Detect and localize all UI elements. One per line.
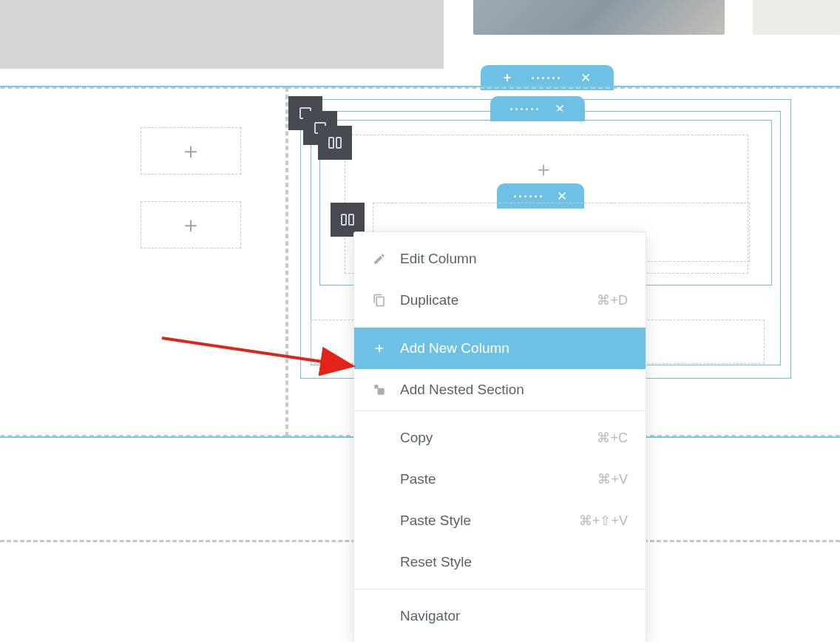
menu-item-copy[interactable]: Copy ⌘+C bbox=[354, 417, 646, 459]
spacer bbox=[372, 430, 387, 445]
svg-rect-0 bbox=[374, 385, 378, 388]
menu-item-paste[interactable]: Paste ⌘+V bbox=[354, 459, 646, 500]
menu-shortcut: ⌘+V bbox=[597, 471, 628, 487]
menu-item-add-nested-section[interactable]: Add Nested Section bbox=[354, 369, 646, 410]
menu-item-paste-style[interactable]: Paste Style ⌘+⇧+V bbox=[354, 500, 646, 541]
add-widget-slot-1[interactable]: ＋ bbox=[140, 127, 241, 175]
context-menu: Edit Column Duplicate ⌘+D Add New Column… bbox=[353, 232, 646, 642]
menu-label: Duplicate bbox=[400, 292, 583, 308]
element-handle-3[interactable] bbox=[318, 126, 352, 160]
plus-icon bbox=[372, 341, 387, 356]
close-icon[interactable]: ✕ bbox=[580, 70, 591, 86]
spacer bbox=[372, 513, 387, 528]
pencil-icon bbox=[372, 251, 387, 266]
menu-item-add-new-column[interactable]: Add New Column bbox=[354, 328, 646, 369]
columns-icon bbox=[328, 137, 342, 149]
nested-section-icon bbox=[372, 382, 387, 397]
image-thumbnail bbox=[473, 0, 725, 35]
menu-label: Copy bbox=[400, 430, 583, 446]
add-icon[interactable]: + bbox=[504, 70, 512, 86]
menu-shortcut: ⌘+D bbox=[597, 292, 628, 308]
image-placeholder bbox=[0, 0, 444, 69]
menu-label: Add New Column bbox=[400, 340, 628, 357]
menu-item-duplicate[interactable]: Duplicate ⌘+D bbox=[354, 280, 646, 321]
menu-label: Add Nested Section bbox=[400, 382, 628, 398]
menu-shortcut: ⌘+⇧+V bbox=[579, 513, 628, 529]
spacer bbox=[372, 555, 387, 570]
menu-item-navigator[interactable]: Navigator bbox=[354, 595, 646, 637]
menu-label: Edit Column bbox=[400, 251, 628, 267]
menu-item-reset-style[interactable]: Reset Style bbox=[354, 541, 646, 583]
columns-icon bbox=[341, 214, 354, 226]
menu-item-edit-column[interactable]: Edit Column bbox=[354, 238, 646, 280]
menu-label: Paste Style bbox=[400, 513, 566, 529]
svg-rect-1 bbox=[378, 388, 385, 395]
spacer bbox=[372, 609, 387, 624]
add-widget-inner[interactable]: ＋ bbox=[532, 158, 555, 180]
drag-icon[interactable] bbox=[532, 77, 560, 79]
duplicate-icon bbox=[372, 293, 387, 308]
add-widget-slot-2[interactable]: ＋ bbox=[140, 201, 241, 249]
menu-label: Navigator bbox=[400, 608, 628, 624]
menu-label: Reset Style bbox=[400, 554, 628, 570]
spacer bbox=[372, 472, 387, 487]
menu-label: Paste bbox=[400, 471, 584, 487]
image-thumbnail-2 bbox=[753, 0, 840, 35]
menu-shortcut: ⌘+C bbox=[597, 430, 628, 446]
